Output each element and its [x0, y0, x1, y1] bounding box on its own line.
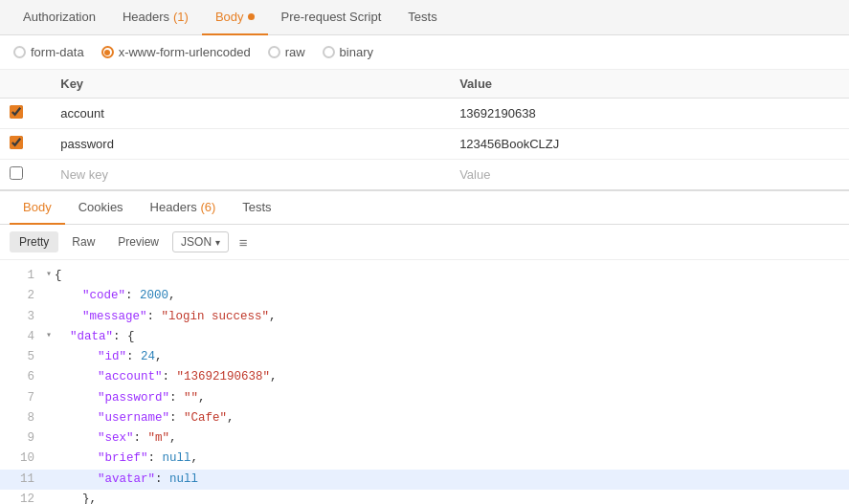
- chevron-down-icon: ▾: [215, 237, 220, 248]
- kv-table: Key Value account 13692190638 password 1…: [0, 70, 849, 189]
- tab-tests[interactable]: Tests: [394, 0, 450, 35]
- value-header: Value: [450, 70, 849, 99]
- raw-button[interactable]: Raw: [62, 231, 104, 252]
- option-raw[interactable]: raw: [268, 45, 305, 59]
- bottom-tab-cookies[interactable]: Cookies: [65, 191, 137, 225]
- align-icon[interactable]: ≡: [233, 231, 254, 252]
- bottom-tab-bar: Body Cookies Headers (6) Tests: [0, 191, 849, 225]
- json-line-3: 3 "message": "login success",: [0, 307, 849, 327]
- format-select[interactable]: JSON ▾: [172, 231, 229, 252]
- tab-headers[interactable]: Headers (1): [109, 0, 202, 35]
- bottom-tab-tests[interactable]: Tests: [229, 191, 284, 225]
- key-header: Key: [51, 70, 450, 99]
- body-options-row: form-data x-www-form-urlencoded raw bina…: [0, 35, 849, 70]
- new-value-cell[interactable]: Value: [450, 160, 849, 190]
- bottom-tab-body[interactable]: Body: [10, 191, 65, 225]
- option-urlencoded[interactable]: x-www-form-urlencoded: [101, 45, 251, 59]
- row2-value[interactable]: 123456BookCLZJ: [450, 129, 849, 160]
- bottom-tab-headers[interactable]: Headers (6): [137, 191, 230, 225]
- format-bar: Pretty Raw Preview JSON ▾ ≡: [0, 225, 849, 260]
- preview-button[interactable]: Preview: [108, 231, 168, 252]
- json-line-12: 12 },: [0, 490, 849, 504]
- pretty-button[interactable]: Pretty: [10, 231, 58, 252]
- option-binary[interactable]: binary: [323, 45, 373, 59]
- json-line-2: 2 "code": 2000,: [0, 286, 849, 306]
- table-row: password 123456BookCLZJ: [0, 129, 849, 160]
- json-output: 1 ▾ { 2 "code": 2000, 3 "message": "logi…: [0, 260, 849, 504]
- json-line-6: 6 "account": "13692190638",: [0, 367, 849, 387]
- json-line-7: 7 "password": "",: [0, 388, 849, 408]
- row1-key[interactable]: account: [51, 99, 450, 129]
- collapse-arrow-4[interactable]: ▾: [46, 327, 52, 347]
- json-line-5: 5 "id": 24,: [0, 347, 849, 367]
- json-line-11: 11 "avatar": null: [0, 470, 849, 490]
- json-line-1: 1 ▾ {: [0, 266, 849, 286]
- table-row: account 13692190638: [0, 99, 849, 129]
- row2-checkbox[interactable]: [10, 136, 23, 149]
- new-key-row: New key Value: [0, 160, 849, 190]
- new-key-cell[interactable]: New key: [51, 160, 450, 190]
- json-line-9: 9 "sex": "m",: [0, 428, 849, 449]
- tab-body[interactable]: Body: [202, 0, 268, 35]
- tab-pre-request[interactable]: Pre-request Script: [268, 0, 395, 35]
- top-tab-bar: Authorization Headers (1) Body Pre-reque…: [0, 0, 849, 35]
- json-line-4: 4 ▾ "data": {: [0, 327, 849, 347]
- tab-authorization[interactable]: Authorization: [10, 0, 109, 35]
- option-form-data[interactable]: form-data: [13, 45, 84, 59]
- collapse-arrow-1[interactable]: ▾: [46, 266, 52, 286]
- json-line-10: 10 "brief": null,: [0, 449, 849, 469]
- row1-checkbox[interactable]: [10, 105, 23, 119]
- new-row-checkbox[interactable]: [10, 166, 23, 180]
- row1-value[interactable]: 13692190638: [450, 99, 849, 129]
- bottom-section: Body Cookies Headers (6) Tests Pretty Ra…: [0, 189, 849, 504]
- row2-key[interactable]: password: [51, 129, 450, 160]
- json-line-8: 8 "username": "Cafe",: [0, 408, 849, 428]
- body-dot-indicator: [248, 13, 255, 20]
